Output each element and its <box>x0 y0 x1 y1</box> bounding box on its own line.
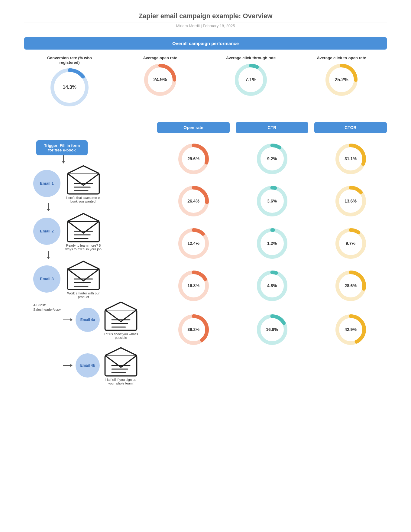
email3-metric-1: 1.2% <box>236 228 308 259</box>
arrow-2 <box>47 203 50 211</box>
stat-item-3: Average click-to-open rate 25.2% <box>311 56 372 96</box>
email2-metric-1: 3.6% <box>236 185 308 217</box>
email4a-metric-2: 28.6% <box>314 270 387 302</box>
h-arrow-4b <box>63 364 73 367</box>
stat-label-0: Conversion rate (% who registered) <box>39 56 100 65</box>
flow-left: Trigger: Fill in form for free e-book Em… <box>24 122 151 385</box>
email1-metric-0: 29.6% <box>157 143 230 175</box>
email4a-desc: Let us show you what's possible <box>103 332 139 339</box>
email4b-metric-2: 42.9% <box>314 314 387 345</box>
page-subtitle: Miriam Merrill | February 18, 2025 <box>24 24 387 28</box>
email4b-envelope: Half off if you sign up your whole team! <box>103 345 139 385</box>
email3-metric-0: 12.4% <box>157 228 230 259</box>
email3-envelope: Work smarter with our product <box>65 259 102 299</box>
col-open-rate: Open rate <box>157 122 230 133</box>
email-row-email2: 26.4% 3.6% 13.6% <box>157 181 387 221</box>
col-ctr: CTR <box>236 122 308 133</box>
email3-row: Email 3 Work smarter with our product <box>33 259 102 299</box>
email2-circle: Email 2 <box>33 218 60 245</box>
trigger-box: Trigger: Fill in form for free e-book <box>36 140 88 155</box>
email4b-desc: Half off if you sign up your whole team! <box>103 378 139 385</box>
flow-right: Open rate CTR CTOR 29.6% 9.2% <box>157 122 387 351</box>
email4b-circle: Email 4b <box>76 353 100 378</box>
email4a-envelope: Let us show you what's possible <box>103 300 139 339</box>
email4b-branch: Email 4b Half off if you sign up your wh… <box>63 345 139 385</box>
email1-row: Email 1 Here's that awesome e-book you w… <box>33 164 102 203</box>
arrow-1 <box>62 155 65 164</box>
email1-envelope: Here's that awesome e-book you wanted! <box>65 164 102 203</box>
email4a-metric-0: 16.8% <box>157 270 230 302</box>
page-title: Zapier email campaign example: Overview <box>24 12 387 22</box>
email1-metric-1: 9.2% <box>236 143 308 175</box>
email1-desc: Here's that awesome e-book you wanted! <box>65 196 102 203</box>
stat-item-0: Conversion rate (% who registered) 14.3% <box>39 56 100 107</box>
overall-section: Overall campaign performance Conversion … <box>24 37 387 107</box>
stat-label-2: Average click-through rate <box>226 56 276 60</box>
ab-fork: Email 4a Let us show you what's possible <box>63 300 139 385</box>
h-arrow-4a <box>63 318 73 321</box>
email2-metric-0: 26.4% <box>157 185 230 217</box>
email-row-email4a: 16.8% 4.8% 28.6% <box>157 266 387 305</box>
email2-metric-2: 13.6% <box>314 185 387 217</box>
email3-desc: Work smarter with our product <box>65 291 102 299</box>
ab-label: A/B test:Sales header/copy <box>33 303 61 312</box>
email1-metric-2: 31.1% <box>314 143 387 175</box>
email1-circle: Email 1 <box>33 170 60 197</box>
email-rows: 29.6% 9.2% 31.1% 26.4% <box>157 139 387 351</box>
trigger-box-wrap: Trigger: Fill in form for free e-book <box>36 140 88 155</box>
email4b-metric-0: 39.2% <box>157 314 230 345</box>
overall-header: Overall campaign performance <box>24 37 387 50</box>
flow-inner: Trigger: Fill in form for free e-book Em… <box>24 140 139 385</box>
overall-stats: Conversion rate (% who registered) 14.3%… <box>24 56 387 107</box>
email2-desc: Ready to learn more? 5 ways to excel in … <box>65 244 102 251</box>
email2-envelope: Ready to learn more? 5 ways to excel in … <box>65 211 102 251</box>
email3-metric-2: 9.7% <box>314 228 387 259</box>
arrow-3 <box>47 251 50 259</box>
column-headers: Open rate CTR CTOR <box>157 122 387 133</box>
email2-row: Email 2 Ready to learn more? 5 ways to e… <box>33 211 102 251</box>
email-row-email4b: 39.2% 16.8% 42.9% <box>157 308 387 351</box>
ab-branches: Email 4a Let us show you what's possible <box>63 300 139 385</box>
email3-circle: Email 3 <box>33 265 60 293</box>
email4a-circle: Email 4a <box>76 308 100 332</box>
stat-label-1: Average open rate <box>143 56 177 60</box>
email4a-metric-1: 4.8% <box>236 270 308 302</box>
flow-section: Trigger: Fill in form for free e-book Em… <box>24 122 387 385</box>
stat-item-1: Average open rate 24.9% <box>130 56 190 96</box>
col-ctor: CTOR <box>314 122 387 133</box>
email-row-email1: 29.6% 9.2% 31.1% <box>157 139 387 178</box>
email4a-branch: Email 4a Let us show you what's possible <box>63 300 139 339</box>
email-row-email3: 12.4% 1.2% 9.7% <box>157 224 387 263</box>
stat-label-3: Average click-to-open rate <box>317 56 366 60</box>
stat-item-2: Average click-through rate 7.1% <box>221 56 281 96</box>
email4b-metric-1: 16.8% <box>236 314 308 345</box>
ab-section: A/B test:Sales header/copy Email 4a <box>33 300 139 385</box>
